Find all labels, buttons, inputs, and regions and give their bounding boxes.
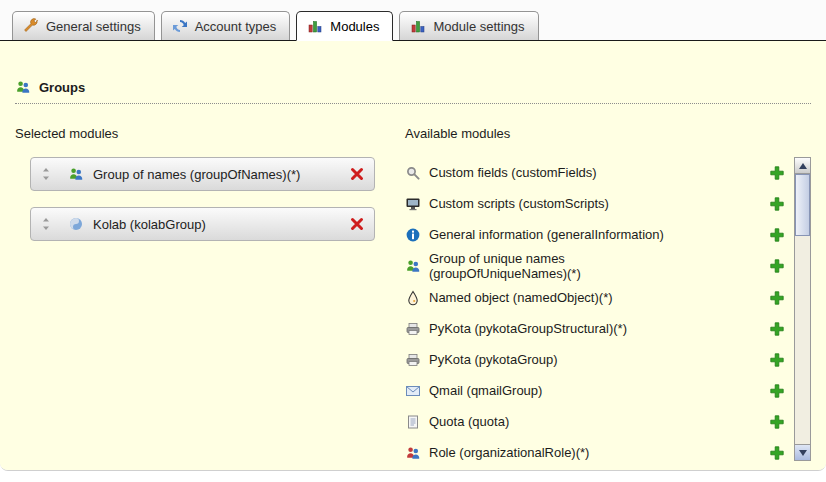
tab-label: Modules — [330, 19, 379, 34]
modules-content: Groups Selected modules Group of names (… — [0, 41, 826, 470]
available-module-row: Role (organizationalRole)(*) — [405, 437, 789, 468]
groups-icon — [68, 166, 84, 182]
selected-modules-heading: Selected modules — [15, 126, 405, 141]
section-title: Groups — [39, 80, 85, 95]
add-module-button[interactable] — [769, 414, 785, 430]
scroll-track[interactable] — [795, 174, 810, 444]
available-module-row: General information (generalInformation) — [405, 219, 789, 250]
groups-icon — [405, 258, 421, 274]
available-module-label: PyKota (pykotaGroupStructural)(*) — [429, 321, 627, 336]
groups-icon — [405, 445, 421, 461]
add-module-button[interactable] — [769, 290, 785, 306]
add-module-button[interactable] — [769, 321, 785, 337]
droplet-icon — [405, 290, 421, 306]
tab-module-settings[interactable]: Module settings — [399, 11, 538, 40]
available-module-row: Group of unique names (groupOfUniqueName… — [405, 250, 789, 282]
available-module-label: General information (generalInformation) — [429, 227, 664, 242]
add-module-button[interactable] — [769, 445, 785, 461]
gear-sync-icon — [172, 18, 188, 34]
section-heading: Groups — [15, 41, 811, 104]
tab-account-types[interactable]: Account types — [161, 11, 291, 40]
scroll-down-button[interactable] — [795, 444, 810, 460]
available-module-label: Named object (namedObject)(*) — [429, 290, 613, 305]
config-panel: General settings Account types Modules M… — [0, 0, 826, 471]
add-module-button[interactable] — [769, 196, 785, 212]
drag-handle-icon[interactable] — [40, 217, 52, 231]
available-module-label: Custom scripts (customScripts) — [429, 196, 609, 211]
wrench-icon — [23, 18, 39, 34]
selected-modules-column: Selected modules Group of names (groupOf… — [15, 126, 405, 468]
tab-general-settings[interactable]: General settings — [12, 11, 155, 40]
available-module-label: Quota (quota) — [429, 414, 509, 429]
printer-icon — [405, 352, 421, 368]
available-module-label: PyKota (pykotaGroup) — [429, 352, 558, 367]
bar-chart-icon — [410, 18, 426, 34]
available-module-label: Group of unique names (groupOfUniqueName… — [429, 251, 684, 281]
tab-label: General settings — [46, 19, 141, 34]
tab-modules[interactable]: Modules — [296, 11, 393, 41]
tab-label: Account types — [195, 19, 277, 34]
add-module-button[interactable] — [769, 227, 785, 243]
scroll-up-button[interactable] — [795, 158, 810, 174]
arrow-down-icon — [799, 450, 807, 456]
add-module-button[interactable] — [769, 352, 785, 368]
available-modules-wrap: Custom fields (customFields) Custom scri… — [405, 157, 811, 468]
kolab-swirl-icon — [68, 216, 84, 232]
info-icon — [405, 227, 421, 243]
printer-icon — [405, 321, 421, 337]
add-module-button[interactable] — [769, 258, 785, 274]
add-module-button[interactable] — [769, 383, 785, 399]
monitor-icon — [405, 196, 421, 212]
selected-module-row: Group of names (groupOfNames)(*) — [30, 157, 375, 191]
available-modules-list: Custom fields (customFields) Custom scri… — [405, 157, 789, 468]
available-module-row: Named object (namedObject)(*) — [405, 282, 789, 313]
add-module-button[interactable] — [769, 165, 785, 181]
available-module-row: Custom scripts (customScripts) — [405, 188, 789, 219]
remove-module-button[interactable] — [349, 216, 365, 232]
selected-module-label: Kolab (kolabGroup) — [93, 217, 206, 232]
drag-handle-icon[interactable] — [40, 167, 52, 181]
available-module-row: Qmail (qmailGroup) — [405, 375, 789, 406]
available-module-row: PyKota (pykotaGroupStructural)(*) — [405, 313, 789, 344]
tab-bar: General settings Account types Modules M… — [0, 0, 826, 41]
available-module-label: Role (organizationalRole)(*) — [429, 445, 589, 460]
magnifier-gear-icon — [405, 165, 421, 181]
groups-icon — [15, 79, 31, 95]
bar-chart-icon — [307, 18, 323, 34]
document-icon — [405, 414, 421, 430]
scroll-thumb[interactable] — [795, 174, 810, 236]
envelope-icon — [405, 383, 421, 399]
arrow-up-icon — [799, 163, 807, 169]
module-columns: Selected modules Group of names (groupOf… — [15, 126, 811, 468]
available-module-row: PyKota (pykotaGroup) — [405, 344, 789, 375]
remove-module-button[interactable] — [349, 166, 365, 182]
tab-label: Module settings — [433, 19, 524, 34]
selected-module-row: Kolab (kolabGroup) — [30, 207, 375, 241]
available-module-label: Custom fields (customFields) — [429, 165, 597, 180]
lam-configuration-page: General settings Account types Modules M… — [0, 0, 826, 482]
available-modules-heading: Available modules — [405, 126, 811, 141]
available-modules-column: Available modules Custom fields (customF… — [405, 126, 811, 468]
available-module-row: Custom fields (customFields) — [405, 157, 789, 188]
available-module-row: Quota (quota) — [405, 406, 789, 437]
available-module-label: Qmail (qmailGroup) — [429, 383, 542, 398]
scrollbar[interactable] — [794, 157, 811, 461]
selected-module-label: Group of names (groupOfNames)(*) — [93, 167, 300, 182]
